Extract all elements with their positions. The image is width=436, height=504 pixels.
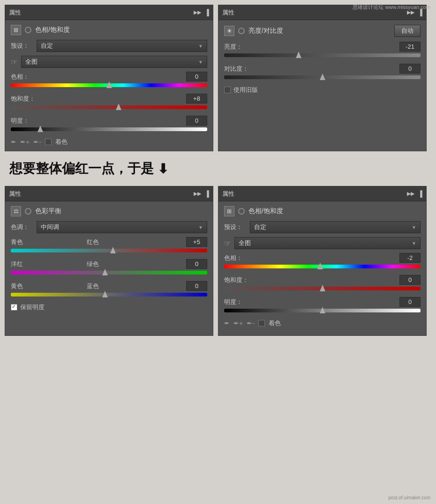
panel1-preset-select[interactable]: 自定 ▼ xyxy=(37,40,207,52)
panel4-light-track[interactable] xyxy=(224,309,421,312)
panel1-header-right: ▶▶ ▐ xyxy=(194,9,209,16)
panel3-forward-icon[interactable]: ▶▶ xyxy=(194,191,201,197)
panel4-eyedropper-minus-icon[interactable]: ✒- xyxy=(247,319,255,327)
panel2-brightness-container: 亮度： -21 xyxy=(224,42,421,57)
panel1-hue-label: 色相： xyxy=(11,73,37,81)
panel1-light-thumb[interactable] xyxy=(38,126,43,133)
eyedropper-icon[interactable]: ✒ xyxy=(11,138,16,146)
panel-brightness-contrast: 属性 ▶▶ ▐ ☀ 亮度/对比度 自动 亮度： -21 xyxy=(218,5,427,151)
panel4-colorize-checkbox[interactable] xyxy=(258,320,265,326)
panel3-body: ⚖ 色彩平衡 色调： 中间调 ▼ 青色 红色 +5 xyxy=(5,201,213,316)
panel2-brightness-value[interactable]: -21 xyxy=(399,42,421,52)
panel2-brightness-track[interactable] xyxy=(224,53,421,57)
panel1-type-icon: ⊞ xyxy=(11,25,21,35)
panel4-hue-container: 色相： -2 xyxy=(224,253,421,268)
panel1-hue-track[interactable] xyxy=(11,83,207,87)
panel1-label: 色相/饱和度 xyxy=(35,26,70,34)
panel4-sat-thumb[interactable] xyxy=(320,285,325,292)
panel2-brightness-thumb[interactable] xyxy=(296,52,301,59)
panel1-channel-select[interactable]: 全图 ▼ xyxy=(21,56,207,68)
auto-button[interactable]: 自动 xyxy=(394,25,421,37)
panel4-sat-track[interactable] xyxy=(224,287,421,290)
panel3-cyan-label: 青色 xyxy=(11,238,23,246)
panel4-light-label: 明度： xyxy=(224,298,250,306)
panel4-preset-row: 预设： 自定 ▼ xyxy=(224,221,421,233)
panel1-dot xyxy=(25,27,31,33)
panel3-blue-label: 蓝色 xyxy=(87,282,99,290)
panel-hue-saturation: 属性 ▶▶ ▐ ⊞ 色相/饱和度 预设： 自定 ▼ xyxy=(5,5,213,151)
panel4-forward-icon[interactable]: ▶▶ xyxy=(407,191,414,197)
panel4-hue-track[interactable] xyxy=(224,265,421,268)
panel1-hand-icon: ☞ xyxy=(11,58,17,67)
panel1-sat-value[interactable]: +8 xyxy=(186,94,207,104)
panel4-sat-container: 饱和度： 0 xyxy=(224,275,421,290)
panel4-channel-row: ☞ 全图 ▼ xyxy=(224,237,421,249)
panel3-yellow-blue-thumb[interactable] xyxy=(102,291,108,298)
panel2-type-icon: ☀ xyxy=(224,26,234,36)
panel-color-balance: 属性 ▶▶ ▐ ⚖ 色彩平衡 色调： 中间调 ▼ xyxy=(5,186,213,336)
top-panels-row: 属性 ▶▶ ▐ ⊞ 色相/饱和度 预设： 自定 ▼ xyxy=(5,5,431,151)
panel2-dot xyxy=(238,28,245,34)
panel3-cyan-red-track[interactable] xyxy=(11,249,207,252)
panel4-body: ⊞ 色相/饱和度 预设： 自定 ▼ ☞ 全图 ▼ xyxy=(218,201,426,332)
panel4-title: 属性 xyxy=(222,190,234,198)
panel1-sat-container: 饱和度： +8 xyxy=(11,94,207,109)
panel4-dot xyxy=(238,208,245,215)
panel4-scroll-icon[interactable]: ▐ xyxy=(418,190,422,197)
legacy-label: 使用旧版 xyxy=(233,86,258,94)
panel4-eyedropper-plus-icon[interactable]: ✒+ xyxy=(233,319,243,327)
panel2-contrast-label: 对比度： xyxy=(224,65,259,73)
panel4-light-thumb[interactable] xyxy=(320,307,325,314)
panel4-sat-value[interactable]: 0 xyxy=(399,275,421,285)
panel1-forward-icon[interactable]: ▶▶ xyxy=(194,9,201,15)
panel4-type-icon: ⊞ xyxy=(224,206,234,216)
panel2-contrast-container: 对比度： 0 xyxy=(224,64,421,79)
panel3-cyan-red-thumb[interactable] xyxy=(110,247,116,254)
panel3-tone-select[interactable]: 中间调 ▼ xyxy=(37,221,207,233)
panel4-hand-icon: ☞ xyxy=(224,239,231,248)
panel3-scroll-icon[interactable]: ▐ xyxy=(205,190,209,197)
panel2-contrast-thumb[interactable] xyxy=(320,74,325,81)
panel1-sat-thumb[interactable] xyxy=(116,104,121,111)
panel2-contrast-value[interactable]: 0 xyxy=(399,64,421,74)
middle-text-content: 想要整体偏红一点，于是 xyxy=(9,160,154,178)
panel4-light-value[interactable]: 0 xyxy=(399,297,421,307)
panel1-light-container: 明度： 0 xyxy=(11,116,207,131)
down-arrow-icon: ⬇ xyxy=(158,161,168,177)
panel2-contrast-track[interactable] xyxy=(224,75,421,79)
panel3-yellow-blue-track[interactable] xyxy=(11,293,207,296)
panel1-light-value[interactable]: 0 xyxy=(186,116,207,126)
panel1-hue-thumb[interactable] xyxy=(106,82,112,89)
panel3-magenta-green-container: 洋红 绿色 0 xyxy=(11,259,207,274)
preserve-label: 保留明度 xyxy=(20,303,45,311)
panel3-header: 属性 ▶▶ ▐ xyxy=(5,186,213,201)
colorize-checkbox[interactable] xyxy=(45,139,52,145)
panel4-hue-thumb[interactable] xyxy=(317,263,323,270)
legacy-checkbox[interactable] xyxy=(224,87,231,93)
panel1-hue-value[interactable]: 0 xyxy=(186,72,207,82)
panel3-magenta-green-thumb[interactable] xyxy=(102,269,108,276)
panel4-colorize-label: 着色 xyxy=(269,319,281,327)
panel3-header-left: 属性 xyxy=(9,190,21,198)
panel4-eyedropper-icon[interactable]: ✒ xyxy=(224,319,230,327)
panel3-header-right: ▶▶ ▐ xyxy=(194,190,209,197)
panel3-yellow-value[interactable]: 0 xyxy=(186,281,207,291)
eyedropper-minus-icon[interactable]: ✒- xyxy=(33,138,41,146)
panel3-magenta-label: 洋红 xyxy=(11,260,23,268)
panel1-light-track[interactable] xyxy=(11,127,207,131)
panel4-channel-select[interactable]: 全图 ▼ xyxy=(234,237,421,249)
panel3-cyan-value[interactable]: +5 xyxy=(186,237,207,247)
preserve-checkbox[interactable] xyxy=(11,304,17,311)
panel4-preset-select[interactable]: 自定 ▼ xyxy=(250,221,421,233)
panel4-preset-label: 预设： xyxy=(224,223,250,231)
bottom-panels-row: 属性 ▶▶ ▐ ⚖ 色彩平衡 色调： 中间调 ▼ xyxy=(5,186,431,336)
panel4-hue-label: 色相： xyxy=(224,254,250,262)
eyedropper-plus-icon[interactable]: ✒+ xyxy=(20,138,30,146)
panel4-hue-value[interactable]: -2 xyxy=(399,253,421,263)
panel1-preset-label: 预设： xyxy=(11,42,37,50)
panel3-magenta-green-track[interactable] xyxy=(11,271,207,274)
panel1-sat-track[interactable] xyxy=(11,105,207,109)
panel1-scroll-icon[interactable]: ▐ xyxy=(205,9,209,16)
panel3-magenta-value[interactable]: 0 xyxy=(186,259,207,269)
panel4-header-left: 属性 xyxy=(222,190,234,198)
